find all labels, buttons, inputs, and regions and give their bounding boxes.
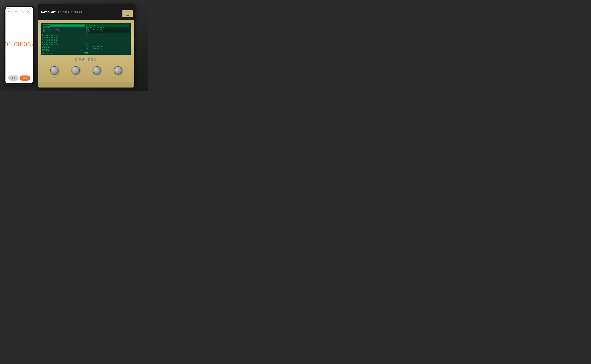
lcd-right-line3: 电压:4.20 V 00000 mAh xyxy=(87,30,129,32)
timer-minutes: 08 xyxy=(14,41,22,47)
charger-brand: RadioLink xyxy=(41,10,56,14)
lcd-left-panel: ①有电池接入 充电:05.0 A 25.262 V 平衡:3.0 A 00.00… xyxy=(42,24,86,33)
timer-sub: 68 xyxy=(32,44,33,46)
btn-plus-group: + xyxy=(71,65,80,75)
timer-sep2: : xyxy=(22,41,24,47)
lcd-left-line1: 充电:05.0 A 25.262 V xyxy=(43,27,85,29)
set-button[interactable] xyxy=(114,66,122,75)
timer-seconds: 08 xyxy=(24,41,31,47)
lcd-left-line3: 电压:4.20 V 04922 mAh xyxy=(43,30,85,32)
reset-button[interactable]: 复位 xyxy=(8,76,19,81)
charger-device: RadioLink Balance Charger ①有电池接入 充电:05.0… xyxy=(38,4,134,88)
lcd-right-line2: 平衡:3.0 A 00.00 A xyxy=(87,29,129,31)
timer-display: 01 : 08 : 08 68 xyxy=(6,14,33,74)
lcd-status-badge: 停止 xyxy=(84,52,88,54)
btn-minus-group: - xyxy=(93,65,101,75)
charger-top-bar: RadioLink Balance Charger xyxy=(38,4,134,20)
lcd-rcell-5: 5 xyxy=(86,42,130,44)
lcd-rcell-2: 2 xyxy=(86,37,130,39)
globe-icon[interactable]: 🌐 xyxy=(15,10,18,13)
clock-icon[interactable]: ⏱ xyxy=(8,10,12,13)
start-label: START xyxy=(52,65,56,66)
output-label: + OUTPUT - xyxy=(109,77,119,78)
dc-input-label: DC INPUT11V-30V xyxy=(123,13,133,16)
status-bar: 22:48 0.18% 🔋38 xyxy=(6,7,33,9)
lcd-rcell-3: 3 xyxy=(86,39,130,40)
lcd-cell-6: 6 4.209 0.000 04989 xyxy=(42,44,86,46)
lcd-right-cell-header: Cel V A mAh xyxy=(86,33,130,35)
lcd-cell-2: 2 4.207 0.000 05108 xyxy=(42,37,86,39)
lcd-left-line2: 平衡:3.0 A 00.00 A xyxy=(43,29,85,31)
lcd-data-section: Cel V A mAh 1 4.204 0.000 05308 2 4.207 … xyxy=(42,33,130,46)
dc-plus-icon: + xyxy=(127,11,128,13)
charger-bottom-labels: STOP ∧ ∨ + OUTPUT - xyxy=(41,76,131,79)
status-time: 22:48 xyxy=(7,7,10,9)
phone-screen: 22:48 0.18% 🔋38 ⏱ 🌐 ⏰ ⏳ 01 : 08 : 08 68 … xyxy=(6,7,33,83)
lcd-right-panel: ②无[断开]接入 充电:05.0 A 00.000 V 平衡:3.0 A 00.… xyxy=(86,24,130,33)
lcd-cell-1: 1 4.204 0.000 05308 xyxy=(42,35,86,37)
btn-set-group: SET xyxy=(114,65,122,75)
up-label: ∧ xyxy=(74,77,75,78)
plus-button[interactable] xyxy=(71,66,80,75)
dc-input-panel: + − DC INPUT11V-30V xyxy=(122,10,133,17)
lcd-cell-3: 3 4.204 0.000 05037 xyxy=(42,39,86,40)
lcd-url: www.radiolink.com.cn xyxy=(118,53,130,54)
status-info: 0.18% 🔋38 xyxy=(26,7,32,9)
lcd-screen: ①有电池接入 充电:05.0 A 25.262 V 平衡:3.0 A 00.00… xyxy=(41,23,131,55)
lcd-sv-right: Sv: 时间: 00 00 eV: 剩余: 00 00 xyxy=(86,46,130,52)
lcd-cells-left: Cel V A mAh 1 4.204 0.000 05308 2 4.207 … xyxy=(42,33,86,46)
lcd-right-line1: 充电:05.0 A 00.000 V xyxy=(87,27,129,29)
btn-start-group: START xyxy=(50,65,58,75)
nav-icons-row: ⏱ 🌐 ⏰ ⏳ xyxy=(6,9,33,14)
hourglass-icon[interactable]: ⏳ xyxy=(27,10,30,13)
lcd-cell-header: Cel V A mAh xyxy=(42,33,86,35)
down-label: ∨ xyxy=(92,77,93,78)
minus-label: - xyxy=(97,65,97,66)
dc-minus-icon: − xyxy=(128,11,129,13)
lcd-top-row: ①有电池接入 充电:05.0 A 25.262 V 平衡:3.0 A 00.00… xyxy=(42,24,130,33)
lcd-left-header: ①有电池接入 xyxy=(43,25,85,26)
lcd-rcell-1: 1 xyxy=(86,35,130,37)
phone-action-buttons: 复位 继续 xyxy=(6,74,33,83)
charger-buttons-top: START + - SET xyxy=(41,63,131,75)
charger-subtitle: Balance Charger xyxy=(58,11,82,13)
continue-button[interactable]: 继续 xyxy=(20,76,30,81)
plus-label: + xyxy=(75,65,76,66)
lcd-footer: 输入12.215V 032.0°C 停止 www.radiolink.com.c… xyxy=(42,52,130,54)
stop-label: STOP xyxy=(53,77,58,78)
lcd-rcell-6: 6 xyxy=(86,44,130,46)
charger-body: ①有电池接入 充电:05.0 A 25.262 V 平衡:3.0 A 00.00… xyxy=(38,20,134,82)
lcd-rcell-4: 4 xyxy=(86,40,130,42)
lcd-sv-left: Sv:25.238 时间: 01 08 eV:00.024 剩余: 00 00 xyxy=(42,46,86,52)
start-button[interactable] xyxy=(50,66,58,75)
lcd-cells-right: Cel V A mAh 1 2 3 4 5 6 xyxy=(86,33,130,46)
phone-device: 22:48 0.18% 🔋38 ⏱ 🌐 ⏰ ⏳ 01 : 08 : 08 68 … xyxy=(4,6,34,85)
minus-button[interactable] xyxy=(93,66,101,75)
timer-sep1: : xyxy=(12,41,14,47)
set-label: SET xyxy=(117,65,119,66)
charger-model-name: CFP 620 xyxy=(41,57,131,62)
lcd-cell-4: 4 4.207 0.000 05133 xyxy=(42,40,86,42)
lcd-cell-5: 5 4.207 0.000 03957 xyxy=(42,42,86,44)
timer-hours: 01 xyxy=(6,41,12,47)
lcd-right-header: ②无[断开]接入 xyxy=(87,25,129,26)
alarm-icon[interactable]: ⏰ xyxy=(21,10,24,13)
